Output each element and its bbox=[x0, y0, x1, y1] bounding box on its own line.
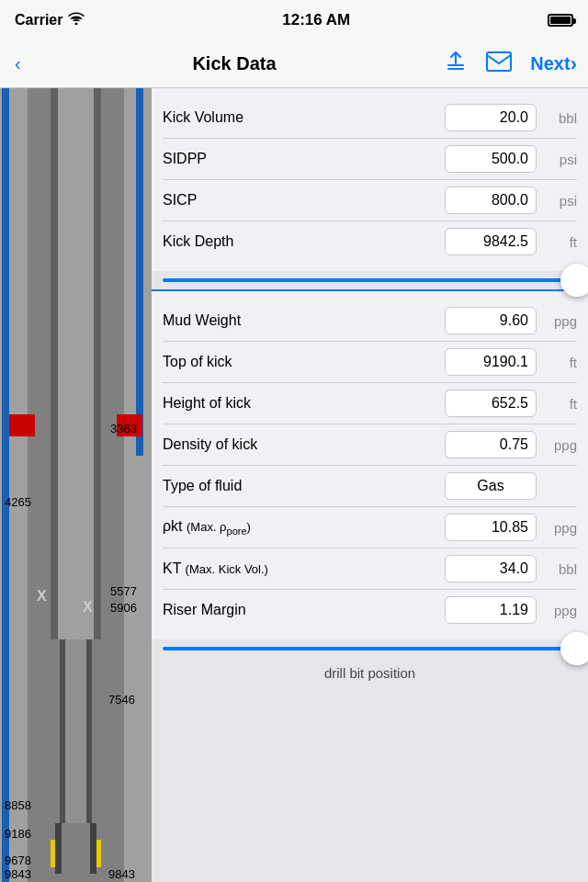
wifi-icon bbox=[68, 12, 85, 28]
riser-margin-row: Riser Margin ppg bbox=[163, 590, 577, 630]
status-left: Carrier bbox=[15, 12, 85, 28]
kt-unit: bbl bbox=[542, 561, 577, 577]
nav-title: Kick Data bbox=[192, 53, 276, 74]
kick-volume-unit: bbl bbox=[542, 110, 577, 126]
svg-rect-5 bbox=[136, 88, 143, 456]
slider-2-thumb[interactable] bbox=[560, 632, 588, 665]
svg-rect-4 bbox=[2, 88, 9, 882]
svg-text:7546: 7546 bbox=[108, 693, 135, 707]
next-chevron: › bbox=[571, 52, 577, 76]
density-of-kick-label: Density of kick bbox=[163, 436, 445, 453]
kt-label: KT (Max. Kick Vol.) bbox=[163, 560, 445, 577]
type-of-fluid-input[interactable] bbox=[445, 472, 537, 500]
carrier-label: Carrier bbox=[15, 12, 62, 28]
sicp-label: SICP bbox=[163, 192, 445, 209]
top-of-kick-row: Top of kick ft bbox=[163, 342, 577, 383]
sidpp-row: SIDPP psi bbox=[163, 139, 577, 180]
svg-text:5906: 5906 bbox=[110, 601, 137, 615]
rho-kt-row: ρkt (Max. ρpore) ppg bbox=[163, 507, 577, 548]
kt-input[interactable] bbox=[445, 555, 537, 582]
kick-depth-row: Kick Depth ft bbox=[163, 221, 577, 262]
kt-row: KT (Max. Kick Vol.) bbl bbox=[163, 548, 577, 590]
svg-text:4265: 4265 bbox=[5, 495, 31, 509]
svg-rect-19 bbox=[65, 639, 86, 823]
svg-rect-0 bbox=[447, 64, 464, 66]
svg-rect-1 bbox=[447, 68, 464, 70]
kick-depth-input[interactable] bbox=[445, 228, 537, 255]
svg-text:X: X bbox=[37, 588, 47, 604]
data-panel: Kick Volume bbl SIDPP psi SICP psi Kick … bbox=[152, 88, 588, 882]
mud-weight-unit: ppg bbox=[542, 313, 577, 329]
battery-icon bbox=[548, 14, 573, 27]
mud-weight-input[interactable] bbox=[445, 307, 537, 334]
kick-depth-label: Kick Depth bbox=[163, 233, 445, 250]
bottom-card: Mud Weight ppg Top of kick ft Height of … bbox=[152, 291, 588, 639]
rho-kt-label: ρkt (Max. ρpore) bbox=[163, 518, 445, 537]
slider-1-thumb[interactable] bbox=[560, 264, 588, 297]
height-of-kick-label: Height of kick bbox=[163, 395, 445, 412]
density-of-kick-unit: ppg bbox=[542, 437, 577, 453]
top-card: Kick Volume bbl SIDPP psi SICP psi Kick … bbox=[152, 88, 588, 271]
status-right bbox=[548, 14, 573, 27]
nav-bar: ‹ Kick Data Next › bbox=[0, 40, 588, 88]
svg-rect-8 bbox=[58, 88, 94, 639]
density-of-kick-row: Density of kick ppg bbox=[163, 424, 577, 466]
svg-text:9678: 9678 bbox=[5, 854, 31, 867]
rho-kt-unit: ppg bbox=[542, 520, 577, 536]
kick-volume-label: Kick Volume bbox=[163, 109, 445, 126]
kick-volume-input[interactable] bbox=[445, 104, 537, 131]
slider-2-track[interactable] bbox=[163, 647, 577, 650]
sicp-unit: psi bbox=[542, 193, 577, 209]
height-of-kick-unit: ft bbox=[542, 396, 577, 412]
height-of-kick-row: Height of kick ft bbox=[163, 383, 577, 424]
top-of-kick-input[interactable] bbox=[445, 348, 537, 376]
riser-margin-input[interactable] bbox=[445, 596, 537, 624]
rho-kt-input[interactable] bbox=[445, 514, 537, 541]
mud-weight-row: Mud Weight ppg bbox=[163, 300, 577, 342]
mud-weight-label: Mud Weight bbox=[163, 312, 445, 329]
top-of-kick-unit: ft bbox=[542, 355, 577, 370]
svg-text:9843: 9843 bbox=[108, 867, 135, 881]
slider-1-area bbox=[152, 271, 588, 289]
sicp-input[interactable] bbox=[445, 187, 537, 214]
drill-svg: 3363 4265 X X 5577 5906 7546 8858 9186 bbox=[0, 88, 152, 882]
svg-text:X: X bbox=[83, 599, 93, 615]
riser-margin-label: Riser Margin bbox=[163, 602, 445, 618]
svg-rect-25 bbox=[62, 823, 90, 874]
upload-icon[interactable] bbox=[440, 46, 471, 83]
drill-bit-position-label: drill bit position bbox=[152, 658, 588, 684]
height-of-kick-input[interactable] bbox=[445, 390, 537, 417]
sicp-row: SICP psi bbox=[163, 180, 577, 221]
kick-depth-unit: ft bbox=[542, 234, 577, 250]
sidpp-unit: psi bbox=[542, 152, 577, 167]
svg-text:9843: 9843 bbox=[5, 867, 31, 881]
nav-right-actions: Next › bbox=[440, 46, 581, 83]
slider-1-track[interactable] bbox=[163, 278, 577, 282]
svg-rect-9 bbox=[9, 414, 35, 436]
svg-rect-2 bbox=[487, 52, 511, 71]
svg-text:9186: 9186 bbox=[5, 827, 31, 841]
next-button[interactable]: Next › bbox=[526, 49, 581, 80]
status-bar: Carrier 12:16 AM bbox=[0, 0, 588, 40]
svg-text:8858: 8858 bbox=[5, 798, 31, 812]
drill-diagram-panel: 3363 4265 X X 5577 5906 7546 8858 9186 bbox=[0, 88, 152, 882]
main-content: 3363 4265 X X 5577 5906 7546 8858 9186 bbox=[0, 88, 588, 882]
kick-volume-row: Kick Volume bbl bbox=[163, 97, 577, 139]
svg-text:3363: 3363 bbox=[110, 422, 137, 435]
sidpp-label: SIDPP bbox=[163, 151, 445, 167]
slider-2-area bbox=[152, 639, 588, 658]
back-button[interactable]: ‹ bbox=[7, 50, 28, 78]
sidpp-input[interactable] bbox=[445, 145, 537, 173]
svg-text:5577: 5577 bbox=[110, 584, 137, 598]
riser-margin-unit: ppg bbox=[542, 603, 577, 618]
mail-icon[interactable] bbox=[482, 48, 515, 81]
type-of-fluid-row: Type of fluid bbox=[163, 466, 577, 507]
top-of-kick-label: Top of kick bbox=[163, 354, 445, 370]
type-of-fluid-label: Type of fluid bbox=[163, 478, 445, 494]
status-time: 12:16 AM bbox=[282, 11, 350, 29]
density-of-kick-input[interactable] bbox=[445, 431, 537, 458]
